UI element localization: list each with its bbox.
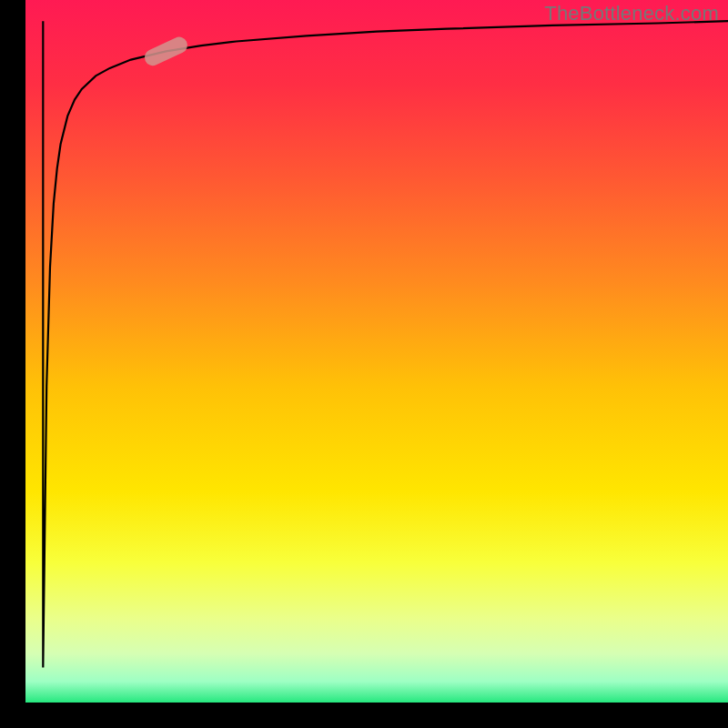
chart-svg: [0, 0, 728, 728]
plot-area: [25, 0, 728, 703]
y-axis-border: [0, 0, 25, 728]
watermark-text: TheBottleneck.com: [544, 2, 719, 25]
chart-container: TheBottleneck.com: [0, 0, 728, 728]
x-axis-border: [0, 703, 728, 728]
